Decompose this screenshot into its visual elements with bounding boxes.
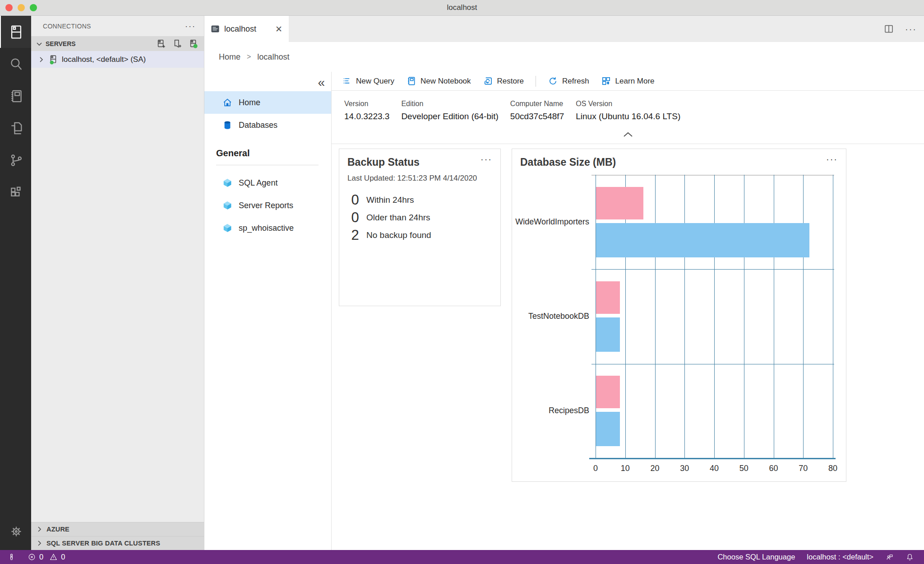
accessibility-person-icon[interactable] — [7, 550, 16, 564]
toolbar-new-notebook-button[interactable]: New Notebook — [406, 76, 471, 86]
property-value: Linux (Ubuntu 16.04.6 LTS) — [576, 112, 680, 121]
property-label: OS Version — [576, 100, 680, 108]
toolbar-learn-more-button[interactable]: Learn More — [601, 76, 655, 86]
chart-top-border — [591, 175, 834, 176]
new-server-group-icon[interactable] — [172, 39, 182, 49]
sidebar-more-actions-icon[interactable]: ··· — [185, 24, 196, 28]
settings-gear-icon[interactable] — [0, 515, 31, 547]
toolbar-button-label: Learn More — [615, 77, 655, 86]
sidebar-section-big-data-clusters[interactable]: SQL SERVER BIG DATA CLUSTERS — [31, 536, 204, 550]
server-tree-item-label: localhost, <default> (SA) — [62, 55, 146, 64]
maximize-window-button[interactable] — [30, 4, 37, 11]
server-property: EditionDeveloper Edition (64-bit) — [401, 100, 498, 121]
chart-bar — [596, 281, 620, 314]
nav-item-sql-agent[interactable]: SQL Agent — [204, 172, 331, 194]
app-window: localhost CONNECTIONS ··· SERVERS — [0, 0, 924, 564]
dashboard-toolbar: New QueryNew NotebookRestoreRefreshLearn… — [332, 72, 924, 91]
x-tick-label: 20 — [642, 464, 669, 473]
backup-last-updated: Last Updated: 12:51:23 PM 4/14/2020 — [339, 168, 500, 183]
traffic-lights — [5, 0, 37, 15]
problems-indicator[interactable]: 0 0 — [28, 550, 65, 564]
dashboard-tab-icon — [211, 24, 220, 33]
tab-localhost[interactable]: localhost ✕ — [204, 16, 289, 42]
nav-item-server-reports[interactable]: Server Reports — [204, 194, 331, 217]
x-tick-label: 80 — [819, 464, 846, 473]
server-property: Computer Name50cd37c548f7 — [510, 100, 564, 121]
dbsize-widget-title: Database Size (MB) — [520, 156, 616, 168]
toolbar-restore-button[interactable]: Restore — [483, 76, 524, 86]
chart-bar — [596, 223, 809, 257]
breadcrumb-item[interactable]: Home — [219, 52, 240, 62]
backup-count: 0 — [350, 192, 360, 208]
editor-more-actions-icon[interactable]: ··· — [905, 27, 917, 31]
tab-bar: localhost ✕ ··· — [204, 16, 924, 42]
sidebar-header: CONNECTIONS ··· — [31, 16, 204, 36]
minimize-window-button[interactable] — [18, 4, 25, 11]
property-value: 50cd37c548f7 — [510, 112, 564, 121]
search-icon[interactable] — [0, 48, 31, 80]
backup-label: Within 24hrs — [366, 195, 414, 205]
sidebar-title: CONNECTIONS — [43, 23, 185, 30]
language-mode-button[interactable]: Choose SQL Language — [717, 553, 795, 561]
server-tree-item-localhost[interactable]: localhost, <default> (SA) — [31, 51, 204, 68]
nav-item-home[interactable]: Home — [204, 91, 331, 114]
chevron-right-icon[interactable] — [37, 56, 45, 63]
toolbar-refresh-button[interactable]: Refresh — [548, 76, 589, 86]
nav-item-databases[interactable]: Databases — [204, 114, 331, 136]
toolbar-button-label: Refresh — [562, 77, 589, 86]
close-window-button[interactable] — [5, 4, 13, 11]
toolbar-divider — [536, 76, 536, 87]
backup-count: 2 — [350, 227, 360, 243]
backup-widget-more-icon[interactable]: ··· — [480, 156, 492, 162]
chart-category-label: WideWorldImporters — [507, 217, 589, 227]
nav-item-label: Server Reports — [239, 201, 293, 210]
chevron-right-icon — [36, 526, 43, 533]
toolbar-button-label: New Notebook — [420, 77, 471, 86]
backup-widget-title: Backup Status — [347, 156, 420, 168]
widgets-row: Backup Status ··· Last Updated: 12:51:23… — [332, 144, 924, 550]
extensions-icon[interactable] — [0, 176, 31, 208]
toolbar-button-label: Restore — [497, 77, 524, 86]
nav-item-sp-whoisactive[interactable]: sp_whoisactive — [204, 217, 331, 239]
sidebar-section-label: SQL SERVER BIG DATA CLUSTERS — [46, 540, 160, 547]
window-title: localhost — [447, 3, 477, 12]
toolbar-new-query-button[interactable]: New Query — [342, 76, 394, 86]
server-property: Version14.0.3223.3 — [344, 100, 389, 121]
server-connected-icon — [48, 55, 58, 65]
error-count: 0 — [39, 553, 43, 561]
notifications-bell-icon[interactable] — [906, 550, 914, 564]
feedback-icon[interactable] — [885, 550, 894, 564]
source-control-icon[interactable] — [0, 144, 31, 176]
connection-status-button[interactable]: localhost : <default> — [807, 553, 873, 561]
x-tick-label: 70 — [790, 464, 817, 473]
chart-bar — [596, 317, 620, 352]
connections-icon[interactable] — [0, 16, 31, 48]
warning-count: 0 — [61, 553, 65, 561]
notebooks-icon[interactable] — [0, 80, 31, 112]
backup-status-widget: Backup Status ··· Last Updated: 12:51:23… — [339, 149, 501, 306]
new-connection-icon[interactable] — [156, 39, 166, 49]
backup-status-row: 0Older than 24hrs — [350, 210, 492, 226]
chart-gridline — [655, 175, 656, 458]
warning-icon — [49, 553, 58, 561]
chart-bar — [596, 187, 643, 219]
tab-close-icon[interactable]: ✕ — [275, 24, 282, 34]
breadcrumb-separator: > — [247, 53, 251, 61]
x-tick-label: 10 — [612, 464, 639, 473]
chart-category-label: TestNotebookDB — [507, 312, 589, 321]
explorer-icon[interactable] — [0, 112, 31, 144]
editor-area: localhost ✕ ··· Home>localhost « HomeDat… — [204, 16, 924, 550]
collapse-nav-icon[interactable]: « — [318, 75, 325, 90]
chart-category-separator — [591, 269, 834, 270]
sidebar-section-azure[interactable]: AZURE — [31, 522, 204, 536]
split-editor-icon[interactable] — [883, 23, 894, 34]
nav-item-label: Databases — [239, 121, 277, 130]
x-tick-label: 0 — [582, 464, 609, 473]
servers-section-header[interactable]: SERVERS — [31, 36, 204, 51]
backup-status-row: 0Within 24hrs — [350, 192, 492, 208]
collapse-properties-button[interactable] — [622, 131, 634, 140]
active-connections-icon[interactable] — [189, 39, 199, 49]
dbsize-widget-more-icon[interactable]: ··· — [826, 156, 838, 162]
breadcrumb-item[interactable]: localhost — [257, 52, 289, 62]
connections-sidebar: CONNECTIONS ··· SERVERS localhost, <defa… — [31, 16, 204, 550]
